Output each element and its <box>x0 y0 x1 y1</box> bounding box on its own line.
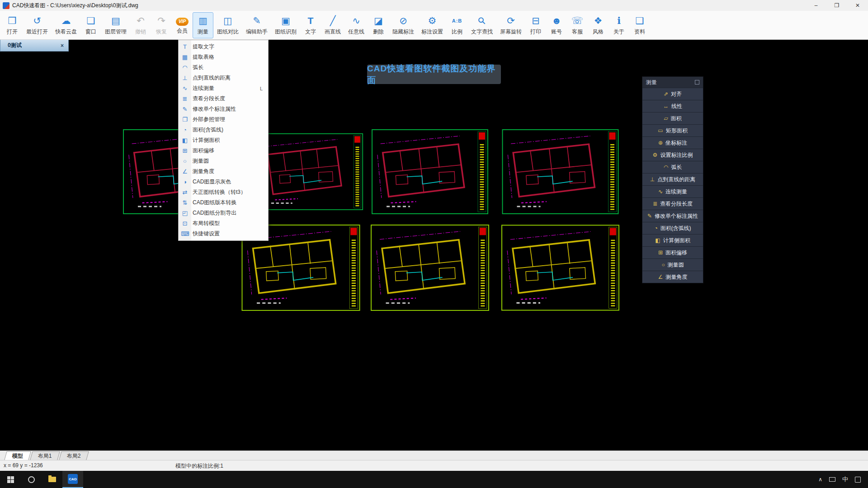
menu-modify-annotation[interactable]: ✎ 修改单个标注属性 <box>179 104 268 114</box>
text-search-button[interactable]: ⚲ 文字查找 <box>467 12 496 38</box>
close-button[interactable]: ✕ <box>847 0 868 11</box>
document-tab[interactable]: 0测试 × <box>0 40 69 52</box>
menu-measure-angle[interactable]: ∠ 测量角度 <box>179 166 268 177</box>
toolbar-button-label: 隐藏标注 <box>392 28 414 36</box>
panel-side-area[interactable]: ◧ 计算侧面积 <box>642 235 703 246</box>
menu-extract-table[interactable]: ▦ 提取表格 <box>179 52 268 62</box>
menu-cad-gray-display[interactable]: ◑ CAD图显示灰色 <box>179 177 268 187</box>
panel-align[interactable]: ⇗ 对齐 <box>642 88 703 100</box>
panel-modify-annotation[interactable]: ✎ 修改单个标注属性 <box>642 210 703 222</box>
toolbar-button-icon: ❒ <box>8 15 17 27</box>
text-button[interactable]: T 文字 <box>300 12 321 38</box>
tab-close-icon[interactable]: × <box>61 42 64 49</box>
panel-linear[interactable]: ↔ 线性 <box>642 100 703 112</box>
panel-rect-area[interactable]: ▭ 矩形面积 <box>642 125 703 136</box>
screen-rotate-button[interactable]: ⟳ 屏幕旋转 <box>496 12 525 38</box>
delete-button[interactable]: ◪ 删除 <box>368 12 389 38</box>
recent-open-button[interactable]: ↺ 最近打开 <box>23 12 52 38</box>
customer-service-button[interactable]: ☏ 客服 <box>567 12 588 38</box>
materials-button[interactable]: ❑ 资料 <box>629 12 650 38</box>
measure-dropdown-menu: T 提取文字 ▦ 提取表格 ◠ 弧长 ⊥ 点到直线的距离 ∿ <box>178 40 269 241</box>
file-explorer-button[interactable] <box>42 471 62 488</box>
menu-segment-length[interactable]: ≣ 查看分段长度 <box>179 94 268 104</box>
window-button[interactable]: ❏ 窗口 <box>80 12 101 38</box>
toolbar-button-icon: ☏ <box>571 15 583 27</box>
menu-version-convert[interactable]: ⇅ CAD图纸版本转换 <box>179 197 268 208</box>
annotation-settings-button[interactable]: ⚙ 标注设置 <box>418 12 447 38</box>
menu-continuous-measure[interactable]: ∿ 连续测量 L <box>179 83 268 94</box>
menu-side-area[interactable]: ◧ 计算侧面积 <box>179 135 268 145</box>
menu-extract-text[interactable]: T 提取文字 <box>179 42 268 52</box>
toolbar-button-icon: ☻ <box>552 15 561 27</box>
drawing-recognition-button[interactable]: ▣ 图纸识别 <box>271 12 300 38</box>
menu-hotkey-settings[interactable]: ⌨ 快捷键设置 <box>179 229 268 239</box>
panel-area-with-arc[interactable]: ◔ 面积(含弧线) <box>642 222 703 234</box>
free-line-button[interactable]: ∿ 任意线 <box>344 12 368 38</box>
panel-segment-length[interactable]: ≣ 查看分段长度 <box>642 198 703 210</box>
cad-app-taskbar-button[interactable]: CAD <box>62 471 83 488</box>
menu-item-icon: ◰ <box>181 210 189 216</box>
cad-drawing-thumbnail <box>501 224 620 311</box>
open-button[interactable]: ❒ 打开 <box>2 12 23 38</box>
menu-tianzheng-convert[interactable]: ⇄ 天正图纸转换（转t3） <box>179 187 268 197</box>
panel-measure-angle[interactable]: ∠ 测量角度 <box>642 271 703 283</box>
edit-assistant-button[interactable]: ✎ 编辑助手 <box>242 12 271 38</box>
panel-settings-icon[interactable] <box>695 80 699 84</box>
toolbar-button-icon: ❑ <box>636 15 644 27</box>
tray-chevron-icon[interactable]: ∧ <box>818 476 822 483</box>
menu-measure-circle[interactable]: ○ 测量圆 <box>179 156 268 166</box>
undo-button[interactable]: ↶ 撤销 <box>130 12 151 38</box>
toolbar-button-label: 打印 <box>530 28 541 36</box>
windows-taskbar: CAD ∧ 中 <box>0 471 868 488</box>
panel-area-offset[interactable]: ⊞ 面积偏移 <box>642 247 703 258</box>
print-button[interactable]: ⊟ 打印 <box>525 12 546 38</box>
menu-area-with-arc[interactable]: ◔ 面积(含弧线) <box>179 125 268 135</box>
restore-button[interactable]: ❐ <box>826 0 847 11</box>
ime-language-indicator[interactable]: 中 <box>842 475 848 483</box>
minimize-button[interactable]: – <box>806 0 826 11</box>
sheet-tab-layout2[interactable]: 布局2 <box>59 451 89 460</box>
about-button[interactable]: ℹ 关于 <box>609 12 629 38</box>
sheet-tab-model[interactable]: 模型 <box>4 451 31 460</box>
hide-annotation-button[interactable]: ⊘ 隐藏标注 <box>389 12 418 38</box>
sheet-tab-layout1[interactable]: 布局1 <box>30 451 60 460</box>
drawing-canvas[interactable]: CAD快速看图软件截图及功能界面 0测试 × T 提取文字 ▦ 提取表格 <box>0 40 868 450</box>
panel-area[interactable]: ▱ 面积 <box>642 113 703 124</box>
panel-arc-length[interactable]: ◠ 弧长 <box>642 161 703 173</box>
panel-measure-circle[interactable]: ○ 测量圆 <box>642 259 703 271</box>
panel-set-annotation-scale[interactable]: ⚙ 设置标注比例 <box>642 149 703 161</box>
panel-item-label: 测量角度 <box>665 273 687 281</box>
vip-member-button[interactable]: VIP 会员 <box>172 12 193 38</box>
panel-continuous-measure[interactable]: ∿ 连续测量 <box>642 186 703 197</box>
toolbar-button-icon: ⟳ <box>507 15 515 27</box>
account-button[interactable]: ☻ 账号 <box>546 12 567 38</box>
scale-button[interactable]: A:B 比例 <box>447 12 467 38</box>
app-icon <box>3 2 9 9</box>
draw-line-button[interactable]: ╱ 画直线 <box>321 12 344 38</box>
notification-center-icon[interactable] <box>855 477 861 483</box>
style-button[interactable]: ❖ 风格 <box>588 12 609 38</box>
redo-button[interactable]: ↷ 恢复 <box>151 12 172 38</box>
document-tabstrip: 0测试 × <box>0 40 69 52</box>
network-icon[interactable] <box>829 477 835 482</box>
panel-point-to-line-distance[interactable]: ⊥ 点到直线的距离 <box>642 174 703 185</box>
menu-area-offset[interactable]: ⊞ 面积偏移 <box>179 145 268 156</box>
layer-manager-button[interactable]: ▤ 图层管理 <box>101 12 130 38</box>
measure-button[interactable]: ▥ 测量 <box>193 12 213 38</box>
menu-item-icon: ❐ <box>181 116 189 123</box>
menu-xref-manager[interactable]: ❐ 外部参照管理 <box>179 114 268 125</box>
start-button[interactable] <box>0 471 21 488</box>
menu-split-export[interactable]: ◰ CAD图纸分割导出 <box>179 208 268 218</box>
menu-arc-length[interactable]: ◠ 弧长 <box>179 62 268 73</box>
panel-item-label: 点到直线的距离 <box>657 176 695 183</box>
drawing-compare-button[interactable]: ◫ 图纸对比 <box>213 12 242 38</box>
cad-drawing-thumbnail <box>369 129 491 215</box>
cloud-drive-button[interactable]: ☁ 快看云盘 <box>52 12 80 38</box>
cortana-icon <box>28 476 35 483</box>
toolbar-button-icon: ⚲ <box>475 14 488 27</box>
menu-layout-to-model[interactable]: ⊡ 布局转模型 <box>179 218 268 229</box>
cortana-button[interactable] <box>21 471 42 488</box>
menu-item-label: 弧长 <box>193 64 259 71</box>
panel-coordinate-annotation[interactable]: ⊕ 坐标标注 <box>642 137 703 149</box>
menu-point-to-line-distance[interactable]: ⊥ 点到直线的距离 <box>179 73 268 83</box>
